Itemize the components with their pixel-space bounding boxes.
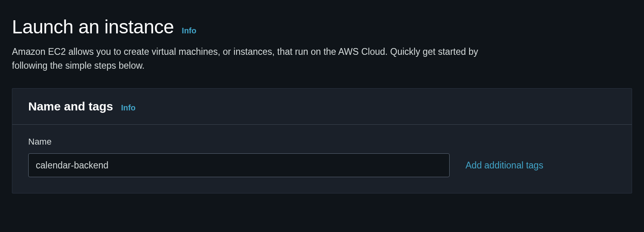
page-description: Amazon EC2 allows you to create virtual … xyxy=(12,45,489,72)
add-additional-tags-link[interactable]: Add additional tags xyxy=(466,160,543,171)
name-input[interactable] xyxy=(28,153,450,177)
panel-header: Name and tags Info xyxy=(12,89,632,125)
panel-body: Name Add additional tags xyxy=(12,125,632,193)
name-field-row: Add additional tags xyxy=(28,153,616,177)
info-link-header[interactable]: Info xyxy=(182,26,196,35)
name-field-label: Name xyxy=(28,137,616,147)
panel-title-name-tags: Name and tags xyxy=(28,100,113,113)
page-title: Launch an instance xyxy=(12,16,174,38)
info-link-name-tags[interactable]: Info xyxy=(121,103,136,112)
page-header: Launch an instance Info Amazon EC2 allow… xyxy=(12,16,632,72)
title-row: Launch an instance Info xyxy=(12,16,632,38)
name-and-tags-panel: Name and tags Info Name Add additional t… xyxy=(12,88,632,193)
